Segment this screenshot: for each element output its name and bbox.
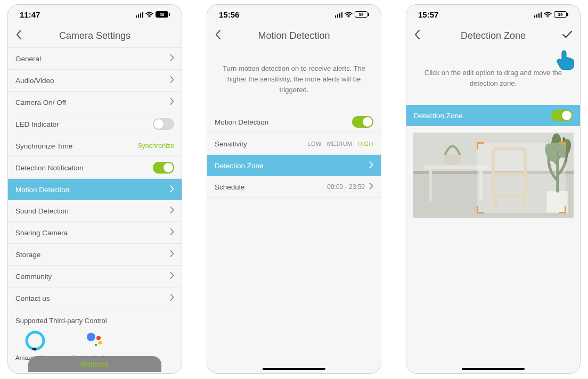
status-time: 11:47	[20, 10, 40, 19]
chevron-right-icon	[170, 54, 174, 63]
svg-point-4	[98, 341, 101, 344]
svg-point-5	[94, 344, 96, 346]
thirdparty-section: Supported Third-party Control Amazon Ale…	[8, 309, 182, 361]
sync-link[interactable]: Synchronize	[137, 142, 174, 150]
sensitivity-option-high[interactable]: HIGH	[358, 141, 374, 147]
row-label: Audio/Video	[15, 77, 54, 85]
detection-zone-row[interactable]: Detection Zone	[207, 155, 381, 176]
settings-row-detection-notification[interactable]: Detection Notification	[8, 157, 182, 179]
settings-row-community[interactable]: Community	[8, 266, 182, 287]
row-label: Sound Detection	[15, 207, 69, 215]
row-label: Camera On/ Off	[15, 98, 66, 106]
confirm-icon[interactable]	[562, 30, 573, 41]
settings-row-sound-detection[interactable]: Sound Detection	[8, 200, 182, 222]
zone-selection-box[interactable]	[477, 143, 566, 212]
svg-point-6	[348, 16, 349, 17]
row-label: Contact us	[15, 294, 50, 302]
zone-label: Detection Zone	[414, 112, 463, 120]
motion-detection-row[interactable]: Motion Detection	[207, 111, 381, 133]
status-right: 39	[534, 11, 569, 18]
settings-row-led-indicator[interactable]: LED Indicator	[8, 113, 182, 135]
settings-row-storage[interactable]: Storage	[8, 244, 182, 266]
schedule-value: 00:00 - 23:59	[327, 183, 365, 191]
chevron-right-icon	[170, 185, 174, 194]
header: Camera Settings	[8, 24, 182, 47]
alexa-icon	[24, 330, 46, 351]
battery-icon: 50	[156, 11, 170, 18]
sensitivity-options[interactable]: LOWMEDIUMHIGH	[307, 141, 373, 147]
tap-hand-icon	[553, 48, 577, 72]
wifi-icon	[345, 12, 353, 18]
remove-button[interactable]: Remove	[28, 356, 161, 372]
row-label: Motion Detection	[215, 118, 268, 126]
battery-icon: 39	[554, 11, 568, 18]
camera-preview[interactable]	[413, 133, 574, 218]
status-bar: 15:56 39	[207, 5, 381, 24]
row-label: General	[15, 55, 41, 63]
chevron-right-icon	[170, 294, 174, 302]
wifi-icon	[544, 12, 552, 18]
settings-row-audio-video[interactable]: Audio/Video	[8, 70, 182, 92]
back-icon[interactable]	[215, 29, 222, 42]
svg-point-3	[96, 336, 101, 340]
resize-handle-tr[interactable]	[559, 142, 566, 150]
toggle[interactable]	[153, 118, 174, 130]
chevron-right-icon	[170, 228, 174, 237]
svg-point-7	[548, 16, 549, 17]
header: Detection Zone	[406, 24, 580, 47]
header: Motion Detection	[207, 24, 381, 47]
svg-point-1	[27, 332, 44, 349]
back-icon[interactable]	[414, 29, 421, 42]
settings-row-camera-on-off[interactable]: Camera On/ Off	[8, 92, 182, 113]
thirdparty-title: Supported Third-party Control	[15, 317, 174, 325]
settings-row-synchronize-time[interactable]: Synchronize TimeSynchronize	[8, 135, 182, 157]
settings-row-contact-us[interactable]: Contact us	[8, 287, 182, 309]
settings-row-motion-detection[interactable]: Motion Detection	[8, 179, 182, 200]
wifi-icon	[145, 12, 153, 18]
row-label: Motion Detection	[15, 186, 69, 194]
zone-toggle[interactable]	[551, 110, 573, 121]
description-text: Turn motion detection on to receive aler…	[207, 47, 381, 111]
chevron-right-icon	[170, 76, 174, 85]
page-title: Motion Detection	[258, 30, 330, 42]
cellular-icon	[534, 12, 542, 18]
schedule-row[interactable]: Schedule 00:00 - 23:59	[207, 176, 381, 198]
battery-icon: 39	[355, 11, 369, 18]
page-title: Camera Settings	[59, 30, 130, 42]
chevron-right-icon	[369, 183, 373, 191]
home-indicator[interactable]	[263, 368, 325, 370]
cellular-icon	[136, 12, 144, 18]
row-label: Sharing Camera	[15, 229, 68, 237]
row-label: Detection Zone	[215, 162, 264, 170]
toggle[interactable]	[153, 162, 174, 174]
row-label: Storage	[15, 251, 40, 259]
resize-handle-bl[interactable]	[477, 206, 484, 213]
row-label: Community	[15, 273, 52, 281]
cellular-icon	[335, 12, 343, 18]
status-right: 39	[335, 11, 370, 18]
chevron-right-icon	[170, 250, 174, 259]
status-bar: 11:47 50	[8, 5, 182, 24]
settings-row-general[interactable]: General	[8, 47, 182, 70]
settings-list: GeneralAudio/VideoCamera On/ OffLED Indi…	[8, 47, 182, 309]
chevron-right-icon	[170, 98, 174, 106]
sensitivity-row[interactable]: Sensitivity LOWMEDIUMHIGH	[207, 133, 381, 155]
phone-camera-settings: 11:47 50 Camera Settings GeneralAudio/Vi…	[7, 4, 182, 374]
resize-handle-tl[interactable]	[477, 142, 484, 150]
row-label: Sensitivity	[215, 140, 247, 148]
status-right: 50	[136, 11, 170, 18]
back-icon[interactable]	[15, 29, 23, 42]
home-indicator[interactable]	[462, 368, 525, 370]
svg-point-0	[149, 16, 150, 17]
page-title: Detection Zone	[461, 30, 526, 42]
phone-detection-zone: 15:57 39 Detection Zone Click on the edi…	[406, 4, 581, 374]
google-assistant-icon	[84, 330, 105, 351]
status-bar: 15:57 39	[406, 5, 580, 24]
row-label: Synchronize Time	[15, 142, 72, 150]
settings-row-sharing-camera[interactable]: Sharing Camera	[8, 222, 182, 244]
sensitivity-option-medium[interactable]: MEDIUM	[327, 141, 353, 147]
motion-toggle[interactable]	[352, 116, 373, 128]
resize-handle-br[interactable]	[559, 206, 566, 213]
sensitivity-option-low[interactable]: LOW	[307, 141, 322, 147]
row-label: Schedule	[215, 183, 244, 191]
